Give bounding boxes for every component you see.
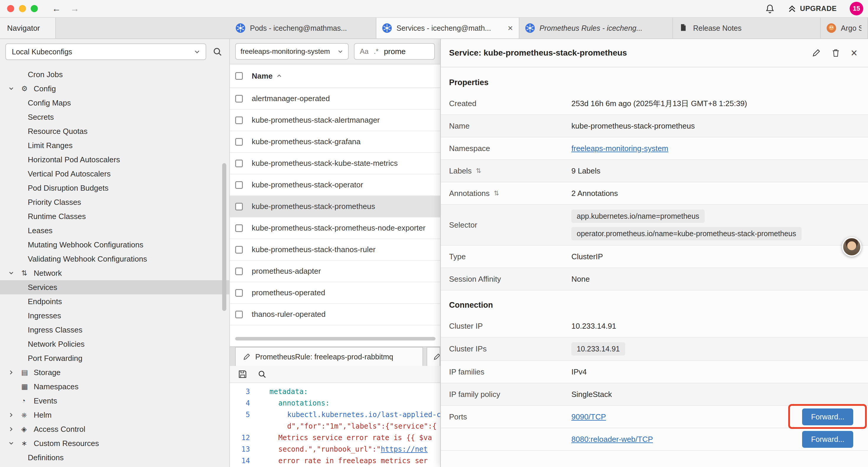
sidebar-item-priority-classes[interactable]: Priority Classes xyxy=(0,195,229,209)
sidebar-item-storage[interactable]: ▤Storage xyxy=(0,365,229,380)
close-icon[interactable]: × xyxy=(851,47,857,59)
namespace-select[interactable]: freeleaps-monitoring-system xyxy=(235,43,349,60)
table-row[interactable]: thanos-ruler-operated xyxy=(230,304,440,325)
sidebar-item-custom-resources[interactable]: ∗Custom Resources xyxy=(0,436,229,450)
tab-pods-icecheng-mathmas[interactable]: Pods - icecheng@mathmas... xyxy=(230,18,376,38)
row-checkbox[interactable] xyxy=(235,95,243,103)
sidebar-item-runtime-classes[interactable]: Runtime Classes xyxy=(0,209,229,224)
table-row[interactable]: prometheus-adapter xyxy=(230,261,440,282)
sort-toggle-icon[interactable]: ⇅ xyxy=(476,167,481,175)
table-row[interactable]: alertmanager-operated xyxy=(230,88,440,110)
row-checkbox[interactable] xyxy=(235,159,243,167)
yaml-editor[interactable]: 3metadata:4annotations:5kubectl.kubernet… xyxy=(230,383,440,467)
sidebar-item-helm[interactable]: ⎈Helm xyxy=(0,408,229,422)
sidebar-item-horizontal-pod-autoscalers[interactable]: Horizontal Pod Autoscalers xyxy=(0,152,229,167)
editor-tab-label: PrometheusRule: freeleaps-prod-rabbitmq xyxy=(255,353,393,361)
bell-icon[interactable] xyxy=(765,4,775,13)
table-row[interactable]: kube-prometheus-stack-prometheus-node-ex… xyxy=(230,217,440,239)
sidebar-item-cron-jobs[interactable]: Cron Jobs xyxy=(0,67,229,82)
horizontal-scrollbar[interactable] xyxy=(235,337,435,341)
table-row[interactable]: kube-prometheus-stack-prometheus xyxy=(230,196,440,217)
table-row[interactable]: kube-prometheus-stack-thanos-ruler xyxy=(230,239,440,261)
port-link[interactable]: 9090/TCP xyxy=(571,412,606,421)
sidebar-item-events[interactable]: ◔Events xyxy=(0,394,229,408)
minimize-window-button[interactable] xyxy=(19,5,26,12)
table-row[interactable]: kube-prometheus-stack-kube-state-metrics xyxy=(230,153,440,174)
sidebar-item-leases[interactable]: Leases xyxy=(0,224,229,238)
search-input[interactable]: Aa .* prome xyxy=(354,43,435,60)
tab-services-icecheng-math[interactable]: Services - icecheng@math...× xyxy=(376,18,519,38)
kubeconfig-select[interactable]: Local Kubeconfigs xyxy=(5,43,206,60)
port-link[interactable]: 8080:reloader-web/TCP xyxy=(571,435,653,444)
tab-prometheus-rules-icecheng[interactable]: Prometheus Rules - icecheng... xyxy=(519,18,673,38)
sidebar-item-limit-ranges[interactable]: Limit Ranges xyxy=(0,138,229,152)
detail-row-selector: Selectorapp.kubernetes.io/name=prometheu… xyxy=(441,205,868,245)
match-case-toggle[interactable]: Aa xyxy=(360,47,368,56)
sidebar-item-pod-disruption-budgets[interactable]: Pod Disruption Budgets xyxy=(0,181,229,195)
table-row[interactable]: kube-prometheus-stack-grafana xyxy=(230,131,440,153)
upgrade-button[interactable]: UPGRADE xyxy=(788,4,837,13)
sidebar-item-ingresses[interactable]: Ingresses xyxy=(0,309,229,323)
sidebar-scrollbar[interactable] xyxy=(222,163,226,311)
forward-button[interactable]: Forward... xyxy=(802,408,853,425)
maximize-window-button[interactable] xyxy=(31,5,38,12)
tab-argo-s[interactable]: Argo S xyxy=(821,18,868,38)
row-checkbox[interactable] xyxy=(235,181,243,189)
sidebar-item-access-control[interactable]: ◈Access Control xyxy=(0,422,229,436)
sidebar-item-services[interactable]: Services xyxy=(0,280,229,294)
row-checkbox[interactable] xyxy=(235,116,243,124)
sidebar-item-validating-webhook-configurations[interactable]: Validating Webhook Configurations xyxy=(0,252,229,266)
search-icon[interactable] xyxy=(213,47,222,56)
sidebar-item-vertical-pod-autoscalers[interactable]: Vertical Pod Autoscalers xyxy=(0,167,229,181)
kubeconfig-select-value: Local Kubeconfigs xyxy=(12,48,72,56)
trash-icon[interactable] xyxy=(831,49,840,57)
row-checkbox[interactable] xyxy=(235,138,243,146)
sidebar-item-network-policies[interactable]: Network Policies xyxy=(0,337,229,351)
table-row[interactable]: kube-prometheus-stack-operator xyxy=(230,174,440,196)
forward-arrow-icon[interactable]: → xyxy=(70,4,79,13)
back-arrow-icon[interactable]: ← xyxy=(52,4,61,13)
detail-row-label: Selector xyxy=(449,221,571,230)
namespace-link[interactable]: freeleaps-monitoring-system xyxy=(571,144,668,153)
row-checkbox[interactable] xyxy=(235,246,243,254)
sidebar-item-network[interactable]: ⇅Network xyxy=(0,266,229,280)
close-icon[interactable]: × xyxy=(507,24,513,32)
row-checkbox[interactable] xyxy=(235,267,243,275)
editor-toolbar xyxy=(230,366,440,383)
close-window-button[interactable] xyxy=(7,5,14,12)
edit-icon[interactable] xyxy=(812,49,821,57)
table-row[interactable]: kube-prometheus-stack-alertmanager xyxy=(230,110,440,131)
select-all-checkbox[interactable] xyxy=(235,72,243,80)
row-checkbox[interactable] xyxy=(235,289,243,297)
table-row[interactable]: prometheus-operated xyxy=(230,282,440,304)
notification-count-badge[interactable]: 15 xyxy=(850,2,863,16)
editor-tab-next-partial[interactable] xyxy=(427,347,440,366)
sidebar-item-resource-quotas[interactable]: Resource Quotas xyxy=(0,124,229,138)
sidebar-item-config-maps[interactable]: Config Maps xyxy=(0,96,229,110)
navigator-tab[interactable]: Navigator xyxy=(0,18,56,38)
name-column-header[interactable]: Name xyxy=(252,71,273,81)
editor-tab-prometheusrule[interactable]: PrometheusRule: freeleaps-prod-rabbitmq xyxy=(235,347,423,366)
sidebar-item-definitions[interactable]: Definitions xyxy=(0,450,229,465)
sidebar-item-namespaces[interactable]: ▦Namespaces xyxy=(0,380,229,394)
detail-row-value: 9 Labels xyxy=(571,167,600,176)
sort-asc-icon[interactable] xyxy=(276,73,282,79)
service-name: thanos-ruler-operated xyxy=(252,310,326,319)
sidebar-item-secrets[interactable]: Secrets xyxy=(0,110,229,124)
save-icon[interactable] xyxy=(238,370,247,379)
row-checkbox[interactable] xyxy=(235,203,243,210)
forward-button[interactable]: Forward... xyxy=(802,431,853,448)
row-checkbox[interactable] xyxy=(235,224,243,232)
row-checkbox[interactable] xyxy=(235,311,243,318)
search-icon[interactable] xyxy=(258,370,267,379)
sidebar-item-port-forwarding[interactable]: Port Forwarding xyxy=(0,351,229,365)
sidebar-item-config[interactable]: ⚙Config xyxy=(0,82,229,96)
regex-toggle[interactable]: .* xyxy=(374,47,378,56)
sidebar-item-endpoints[interactable]: Endpoints xyxy=(0,294,229,309)
line-number: 12 xyxy=(230,432,250,444)
sidebar-item-mutating-webhook-configurations[interactable]: Mutating Webhook Configurations xyxy=(0,238,229,252)
floating-user-avatar[interactable] xyxy=(842,237,862,257)
tab-release-notes[interactable]: Release Notes xyxy=(673,18,821,38)
sidebar-item-ingress-classes[interactable]: Ingress Classes xyxy=(0,323,229,337)
sort-toggle-icon[interactable]: ⇅ xyxy=(494,189,499,197)
